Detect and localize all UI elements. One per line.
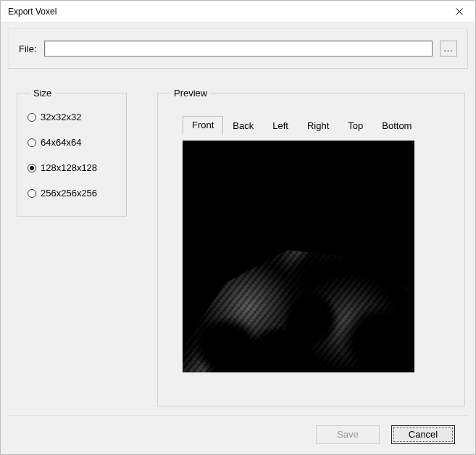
- size-radio-128x128x128[interactable]: 128x128x128: [28, 162, 116, 173]
- radio-label: 32x32x32: [41, 112, 81, 122]
- window-title: Export Voxel: [8, 7, 57, 17]
- save-button: Save: [316, 425, 380, 444]
- radio-indicator: [28, 189, 36, 198]
- close-button[interactable]: [443, 1, 475, 22]
- radio-indicator: [28, 164, 36, 172]
- file-row: File: ...: [8, 28, 468, 69]
- preview-tabstrip: FrontBackLeftRightTopBottom: [183, 116, 454, 135]
- cancel-button[interactable]: Cancel: [391, 425, 455, 444]
- tab-left[interactable]: Left: [267, 117, 293, 135]
- preview-image-wrap: [183, 141, 440, 372]
- titlebar: Export Voxel: [1, 1, 475, 22]
- tab-bottom[interactable]: Bottom: [377, 117, 417, 135]
- preview-group: Preview FrontBackLeftRightTopBottom: [157, 88, 465, 406]
- voxel-terrain-render: [183, 237, 414, 372]
- tab-right[interactable]: Right: [302, 117, 334, 135]
- browse-button[interactable]: ...: [440, 41, 457, 57]
- export-voxel-dialog: Export Voxel File: ... Size 32x32x3264x6…: [0, 0, 476, 455]
- size-radio-list: 32x32x3264x64x64128x128x128256x256x256: [28, 112, 116, 199]
- size-legend: Size: [30, 88, 54, 99]
- file-path-input[interactable]: [44, 41, 433, 57]
- radio-indicator: [28, 113, 36, 122]
- radio-label: 64x64x64: [41, 137, 81, 148]
- file-label: File:: [19, 43, 37, 54]
- close-icon: [456, 8, 463, 15]
- client-area: File: ... Size 32x32x3264x64x64128x128x1…: [1, 22, 475, 454]
- preview-viewport: [183, 141, 414, 372]
- size-radio-64x64x64[interactable]: 64x64x64: [28, 137, 116, 148]
- radio-indicator: [28, 138, 36, 147]
- radio-label: 256x256x256: [41, 188, 97, 199]
- preview-legend: Preview: [171, 88, 210, 99]
- tab-top[interactable]: Top: [343, 117, 368, 135]
- size-radio-32x32x32[interactable]: 32x32x32: [28, 112, 116, 122]
- dialog-button-row: Save Cancel: [8, 415, 468, 447]
- size-group: Size 32x32x3264x64x64128x128x128256x256x…: [17, 88, 127, 217]
- tab-front[interactable]: Front: [183, 116, 223, 135]
- size-radio-256x256x256[interactable]: 256x256x256: [28, 188, 116, 199]
- body-row: Size 32x32x3264x64x64128x128x128256x256x…: [8, 88, 468, 415]
- tab-back[interactable]: Back: [227, 117, 259, 135]
- radio-label: 128x128x128: [41, 162, 97, 173]
